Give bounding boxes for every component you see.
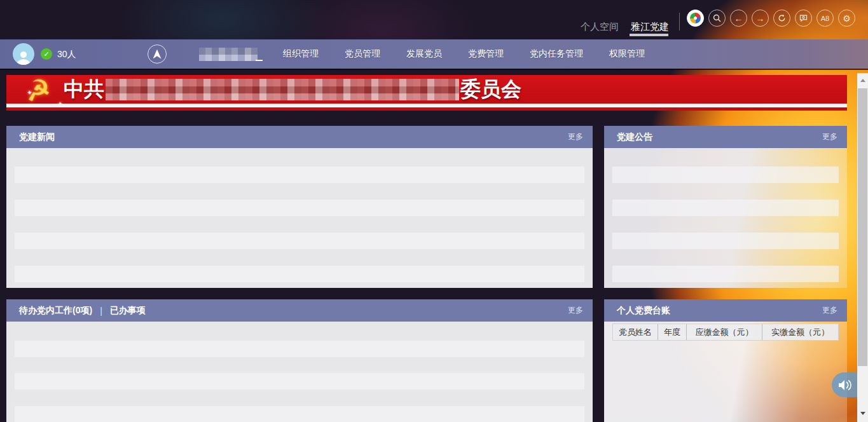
- topbar: 个人空间 雅江党建 ← → A8 ⚙: [0, 0, 868, 39]
- panel-title-fees: 个人党费台账: [617, 305, 670, 316]
- news-more-link[interactable]: 更多: [568, 132, 583, 142]
- page-scrollbar[interactable]: [857, 73, 868, 422]
- committee-banner: ☭ ✦✦ 中共 委员会: [6, 75, 847, 104]
- fees-col-due: 应缴金额（元）: [686, 324, 762, 340]
- menu-member-management[interactable]: 党员管理: [345, 48, 380, 60]
- main-menu: 组织管理 党员管理 发展党员 党费管理 党内任务管理 权限管理: [283, 39, 645, 69]
- feedback-icon[interactable]: [795, 10, 812, 27]
- member-count: 30人: [57, 49, 76, 60]
- tab-personal-space[interactable]: 个人空间: [581, 21, 619, 33]
- scrollbar-up-arrow[interactable]: [857, 75, 868, 85]
- news-placeholder-row[interactable]: [15, 167, 584, 183]
- notice-placeholder-row[interactable]: [612, 233, 839, 249]
- menu-fee-management[interactable]: 党费管理: [468, 48, 504, 60]
- party-emblem-icon: ☭ ✦✦: [24, 75, 65, 104]
- news-placeholder-row[interactable]: [15, 233, 584, 249]
- app-root: 个人空间 雅江党建 ← → A8 ⚙ ✓ 30人: [0, 0, 868, 422]
- fees-table-header: 党员姓名 年度 应缴金额（元） 实缴金额（元）: [612, 323, 839, 341]
- navbar: ✓ 30人 组织管理 党员管理 发展党员 党费管理 党内任务管理 权限管理: [0, 39, 868, 69]
- todo-more-link[interactable]: 更多: [568, 305, 583, 316]
- notice-placeholder-row[interactable]: [612, 167, 839, 183]
- fees-more-link[interactable]: 更多: [822, 305, 837, 316]
- app-logo-icon[interactable]: [687, 10, 704, 27]
- panel-title-news: 党建新闻: [19, 132, 55, 143]
- active-tab-underline: [630, 34, 668, 36]
- speaker-icon: [837, 379, 853, 391]
- committee-title: 中共 委员会: [64, 76, 521, 104]
- back-icon[interactable]: ←: [730, 10, 747, 27]
- committee-title-prefix: 中共: [64, 76, 104, 104]
- notice-placeholder-row[interactable]: [612, 200, 839, 216]
- speaker-audio-button[interactable]: [832, 372, 858, 397]
- panel-todo-work: 待办党内工作(0项) | 已办事项 更多: [6, 299, 593, 422]
- tab-yajiang-party[interactable]: 雅江党建: [631, 21, 669, 33]
- todo-placeholder-row[interactable]: [15, 341, 584, 357]
- todo-placeholder-row[interactable]: [15, 373, 584, 390]
- panel-fee-ledger: 个人党费台账 更多 党员姓名 年度 应缴金额（元） 实缴金额（元）: [604, 299, 847, 422]
- fees-col-year: 年度: [658, 324, 686, 340]
- menu-develop-members[interactable]: 发展党员: [406, 48, 442, 60]
- topbar-icon-row: ← → A8 ⚙: [687, 10, 855, 27]
- settings-gear-icon[interactable]: ⚙: [838, 10, 855, 27]
- scrollbar-thumb[interactable]: [858, 88, 867, 366]
- news-placeholder-row[interactable]: [15, 200, 584, 216]
- verified-check-icon: ✓: [41, 48, 52, 60]
- refresh-icon[interactable]: [773, 10, 790, 27]
- fees-col-paid: 实缴金额（元）: [762, 324, 838, 340]
- todo-done-tab[interactable]: 已办事项: [110, 305, 146, 316]
- user-avatar[interactable]: [13, 43, 34, 65]
- committee-name-redacted: [106, 79, 459, 100]
- notice-more-link[interactable]: 更多: [822, 132, 837, 142]
- menu-permission-management[interactable]: 权限管理: [609, 48, 645, 60]
- panel-title-notice: 党建公告: [617, 132, 652, 143]
- committee-title-suffix: 委员会: [460, 76, 521, 104]
- panel-party-notice: 党建公告 更多: [604, 126, 847, 288]
- panel-party-news: 党建新闻 更多: [6, 126, 593, 288]
- menu-task-management[interactable]: 党内任务管理: [530, 48, 583, 60]
- todo-separator: |: [100, 306, 102, 316]
- redacted-org-name: [199, 48, 258, 61]
- menu-org-management[interactable]: 组织管理: [283, 48, 319, 60]
- navigate-arrow-icon[interactable]: [148, 44, 167, 64]
- todo-placeholder-row[interactable]: [15, 406, 584, 422]
- fees-col-name: 党员姓名: [613, 324, 658, 340]
- forward-icon[interactable]: →: [752, 10, 769, 27]
- scrollbar-down-arrow[interactable]: [857, 408, 868, 418]
- search-icon[interactable]: [708, 10, 726, 27]
- news-placeholder-row[interactable]: [15, 266, 584, 282]
- notice-placeholder-row[interactable]: [612, 266, 839, 282]
- a8-icon[interactable]: A8: [816, 10, 834, 27]
- todo-pending-tab[interactable]: 待办党内工作(0项): [19, 305, 92, 316]
- banner-divider-red: [6, 107, 847, 111]
- topbar-divider: [679, 13, 680, 31]
